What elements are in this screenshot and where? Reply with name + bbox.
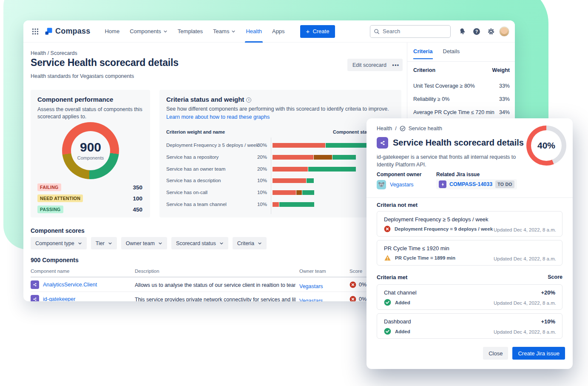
legend-badge: NEED ATTENTION: [37, 194, 83, 202]
tab-details[interactable]: Details: [443, 48, 460, 59]
owner-team-link[interactable]: Vegastars: [299, 283, 323, 289]
success-icon: [384, 299, 391, 306]
learn-more-link[interactable]: Learn more about how to read these graph…: [166, 114, 270, 120]
component-name-link[interactable]: id-gatekeeper: [43, 296, 75, 301]
create-button-label: Create: [312, 28, 329, 34]
compass-logo[interactable]: Compass: [45, 27, 90, 36]
create-button[interactable]: + Create: [300, 25, 335, 38]
page: Compass HomeComponentsTemplatesTeamsHeal…: [0, 0, 588, 386]
bar-segment: [326, 143, 371, 148]
criteria-status-text: PR Cycle Time = 1899 min: [395, 255, 455, 260]
legend-row-need-attention: NEED ATTENTION100: [37, 193, 142, 204]
breadcrumb-separator: /: [48, 50, 49, 56]
share-glyph-icon: [379, 140, 386, 146]
status-legend: FAILING350NEED ATTENTION100PASSING450: [37, 182, 142, 215]
chevron-down-icon: [219, 241, 224, 246]
breadcrumb-scorecards[interactable]: Scorecards: [51, 50, 77, 56]
nav-item-label: Health: [246, 28, 262, 34]
question-icon: ?: [473, 28, 480, 35]
component-owner-label: Component owner: [377, 172, 421, 177]
chevron-down-icon: [163, 29, 168, 34]
bar-row-weight: 10%: [247, 178, 267, 183]
owner-team-link[interactable]: Vegastars: [299, 298, 323, 301]
edit-scorecard-button[interactable]: Edit scorecard: [347, 59, 392, 71]
table-row[interactable]: AnalyticsService.ClientAllows us to anal…: [31, 277, 388, 292]
modal-title-row: Service Health scorecard details: [377, 137, 524, 149]
close-button[interactable]: Close: [483, 347, 508, 360]
bar-row-label: Service has a repository: [166, 154, 219, 160]
nav-item-label: Components: [130, 28, 161, 34]
legend-value: 350: [133, 184, 142, 191]
bar-segment: [314, 155, 332, 160]
criteria-card-title: Deployment Frequency ≥ 5 deploys / week: [384, 216, 489, 223]
legend-badge: FAILING: [37, 183, 61, 191]
user-avatar[interactable]: [499, 26, 509, 37]
filter-tier[interactable]: Tier: [91, 237, 117, 249]
more-actions-button[interactable]: •••: [389, 59, 403, 71]
owner-team-link[interactable]: Vegastars: [390, 182, 414, 188]
create-jira-issue-button[interactable]: Create Jira issue: [512, 347, 565, 360]
info-icon[interactable]: i: [246, 97, 251, 103]
search-icon: [374, 29, 380, 34]
nav-item-home[interactable]: Home: [99, 20, 125, 43]
check-circle-icon: [400, 126, 406, 132]
filter-label: Component type: [35, 240, 74, 246]
criteria-not-met-title: Criteria not met: [377, 202, 418, 208]
nav-item-label: Teams: [213, 28, 229, 34]
component-name-link[interactable]: AnalyticsService.Client: [43, 282, 97, 288]
nav-item-apps[interactable]: Apps: [267, 20, 290, 43]
criteria-not-met-card: PR Cycle Time ≤ 1920 minPR Cycle Time = …: [377, 240, 562, 266]
nav-item-components[interactable]: Components: [125, 20, 173, 43]
score-column-label: Score: [548, 274, 562, 280]
nav-item-templates[interactable]: Templates: [173, 20, 208, 43]
criterion-column-label: Criterion: [413, 67, 435, 73]
filter-scorecard-status[interactable]: Scorecard status: [171, 237, 228, 249]
help-button[interactable]: ?: [470, 25, 483, 38]
filter-owner-team[interactable]: Owner team: [121, 237, 167, 249]
gear-icon: [487, 28, 495, 35]
scorecard-details-modal: Health / Service health Service Health s…: [366, 118, 573, 369]
criterion-weight: 33%: [499, 83, 510, 89]
nav-item-teams[interactable]: Teams: [208, 20, 241, 43]
page-subtitle: Health standards for Vegastars component…: [31, 73, 134, 79]
criterion-name: Unit Test Coverage ≥ 80%: [413, 83, 475, 89]
chevron-down-icon: [78, 241, 82, 246]
chevron-down-icon: [258, 241, 262, 246]
jira-issue-key[interactable]: COMPASS-14033: [449, 181, 492, 187]
related-jira-label: Related Jira issue: [436, 172, 480, 177]
filter-criteria[interactable]: Criteria: [233, 237, 267, 249]
notifications-button[interactable]: [456, 25, 469, 38]
bar-segment: [273, 155, 313, 160]
criteria-card-status: PR Cycle Time = 1899 min: [384, 254, 455, 261]
criteria-card-score: +20%: [541, 289, 555, 296]
performance-card-description: Assess the overall status of components …: [37, 106, 145, 121]
side-panel-tabs: Criteria Details: [413, 48, 460, 59]
related-jira-issue: COMPASS-14033 TO DO: [436, 179, 517, 189]
legend-value: 450: [133, 206, 142, 213]
breadcrumb: Health / Scorecards: [31, 50, 77, 56]
search-box[interactable]: [370, 25, 451, 38]
share-glyph-icon: [32, 282, 37, 287]
search-input[interactable]: [383, 28, 438, 34]
component-description: This service provides private network co…: [135, 297, 295, 301]
bar-row-label: Service has a team channel: [166, 202, 227, 207]
score-cell: 0%: [349, 296, 366, 301]
bar-row-label: Deployment Frequency ≥ 5 deploys / week: [166, 143, 258, 148]
success-icon: [384, 328, 391, 335]
nav-item-health[interactable]: Health: [241, 20, 267, 43]
criterion-weight: 34%: [499, 109, 510, 115]
error-icon: [349, 296, 356, 301]
breadcrumb-health[interactable]: Health: [31, 50, 46, 56]
app-switcher-icon[interactable]: [29, 25, 42, 38]
bar-segment: [279, 202, 314, 207]
criteria-card-score: +10%: [541, 318, 555, 325]
tab-criteria[interactable]: Criteria: [413, 48, 433, 59]
criteria-not-met-list: Deployment Frequency ≥ 5 deploys / weekD…: [377, 211, 562, 269]
table-row[interactable]: id-gatekeeperThis service provides priva…: [31, 292, 388, 301]
settings-button[interactable]: [485, 25, 497, 38]
weight-column-label: Weight: [492, 67, 510, 73]
modal-breadcrumb-health[interactable]: Health: [377, 126, 392, 132]
bar-segment: [307, 178, 314, 183]
filter-component-type[interactable]: Component type: [31, 237, 87, 249]
modal-breadcrumb-service-health[interactable]: Service health: [409, 126, 442, 132]
